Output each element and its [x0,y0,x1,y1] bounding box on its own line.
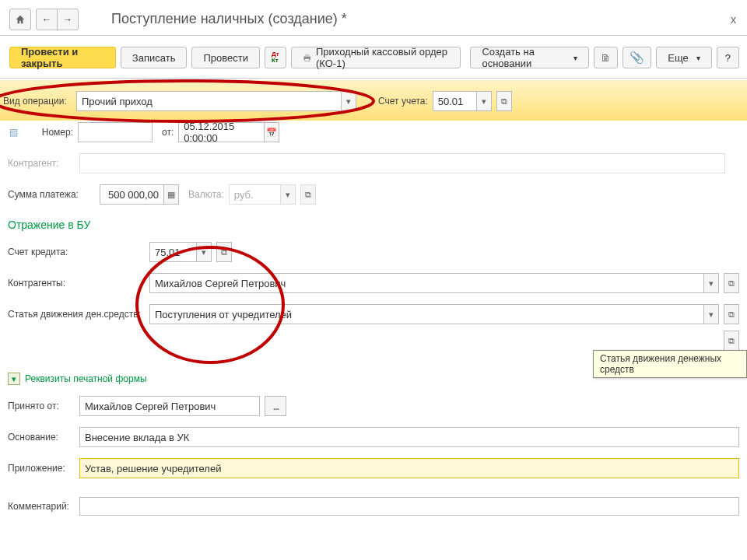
nav-group: ← → [36,9,79,30]
dropdown-button[interactable]: ▾ [196,242,212,262]
account-field[interactable]: 50.01 [433,91,476,111]
counterparty-label: Контрагент: [8,158,75,169]
report-button[interactable]: 🗎 [594,47,618,68]
home-button[interactable] [9,9,31,30]
counterparty-field [79,153,725,173]
counterparties-field[interactable]: Михайлов Сергей Петрович [149,273,703,293]
operation-type-select[interactable]: Прочий приход [76,91,341,111]
basis-label: Основание: [8,432,75,443]
chevron-down-icon: ▾ [573,54,577,62]
paperclip-icon: 📎 [630,51,644,65]
open-icon: ⧉ [501,96,507,107]
basis-field[interactable]: Внесение вклада в УК [79,427,739,447]
tooltip: Статья движения денежных средств [593,350,747,378]
counterparties-label: Контрагенты: [8,278,145,289]
print-order-label: Приходный кассовый ордер (КО-1) [316,46,449,69]
received-from-label: Принято от: [8,401,75,411]
dropdown-button[interactable]: ▾ [341,91,356,111]
calculator-button[interactable]: ▦ [163,184,179,205]
open-external-button[interactable]: ⧉ [300,184,316,205]
document-icon: 🗎 [601,52,611,64]
comment-label: Комментарий: [8,501,75,512]
date-field[interactable]: 05.12.2015 0:00:00 [178,122,264,142]
number-label: Номер: [23,127,73,138]
post-and-close-button[interactable]: Провести и закрыть [9,47,116,68]
credit-account-label: Счет кредита: [8,247,145,257]
currency-label: Валюта: [188,189,224,200]
arrow-left-icon: ← [42,14,51,25]
create-based-button[interactable]: Создать на основании ▾ [470,47,589,68]
account-label: Счет учета: [378,96,428,107]
form-content: Вид операции: Прочий приход ▾ Счет учета… [0,91,747,523]
dropdown-button[interactable]: ▾ [703,273,719,293]
comment-field[interactable] [79,497,739,516]
dtkt-button[interactable]: ДтКт [265,47,286,68]
open-external-button[interactable]: ⧉ [216,242,232,262]
open-icon: ⧉ [728,310,735,320]
dtkt-icon: ДтКт [272,51,279,64]
open-icon: ⧉ [728,336,735,346]
line-number-icon: ▤ [8,127,19,138]
received-from-field[interactable]: Михайлов Сергей Петрович [79,396,260,416]
open-external-button[interactable]: ⧉ [724,273,739,293]
calendar-button[interactable]: 📅 [264,122,279,142]
more-label: Еще [668,52,688,64]
dropdown-button[interactable]: ▾ [703,304,719,324]
calculator-icon: ▦ [167,190,175,200]
svg-rect-2 [304,58,309,61]
dropdown-button[interactable]: ▾ [280,184,296,205]
attachment-label: Приложение: [8,463,75,474]
close-button[interactable]: x [728,10,739,29]
currency-field: руб. [229,184,280,205]
printer-icon [303,53,311,62]
svg-rect-1 [304,54,309,57]
toolbar: Провести и закрыть Записать Провести ДтК… [0,36,747,79]
amount-field[interactable]: 500 000,00 [100,184,163,205]
open-icon: ⧉ [221,247,227,257]
attach-button[interactable]: 📎 [622,47,651,68]
arrow-right-icon: → [63,14,72,25]
forward-button[interactable]: → [57,9,79,30]
open-external-button[interactable]: ⧉ [496,91,512,111]
save-button[interactable]: Записать [121,47,188,68]
page-title: Поступление наличных (создание) * [111,11,723,27]
operation-type-label: Вид операции: [3,96,72,107]
dropdown-button[interactable]: ▾ [476,91,492,111]
print-order-button[interactable]: Приходный кассовый ордер (КО-1) [291,47,461,68]
help-button[interactable]: ? [717,47,739,68]
attachment-field[interactable]: Устав, решение учредителей [79,458,739,478]
create-based-label: Создать на основании [482,46,566,69]
from-label: от: [162,127,174,138]
open-external-button[interactable]: ⧉ [724,331,739,351]
number-field[interactable] [78,122,153,142]
collapse-icon: ▾ [8,373,20,385]
more-button[interactable]: Еще ▾ [656,47,711,68]
chevron-down-icon: ▾ [696,54,700,62]
open-external-button[interactable]: ⧉ [724,304,739,324]
credit-account-field[interactable]: 75.01 [149,242,196,262]
accounting-section-title: Отражение в БУ [8,219,739,231]
ellipsis-button[interactable]: ... [265,396,286,416]
back-button[interactable]: ← [36,9,58,30]
cashflow-item-field[interactable]: Поступления от учредителей [149,304,703,324]
amount-label: Сумма платежа: [8,189,95,200]
topbar: ← → Поступление наличных (создание) * x [0,0,747,36]
cashflow-item-label: Статья движения ден.средств: [8,309,145,320]
open-icon: ⧉ [728,278,735,289]
print-requisites-label: Реквизиты печатной формы [25,373,147,384]
post-button[interactable]: Провести [191,47,260,68]
home-icon [15,14,26,25]
calendar-icon: 📅 [266,128,277,138]
open-icon: ⧉ [305,190,311,200]
